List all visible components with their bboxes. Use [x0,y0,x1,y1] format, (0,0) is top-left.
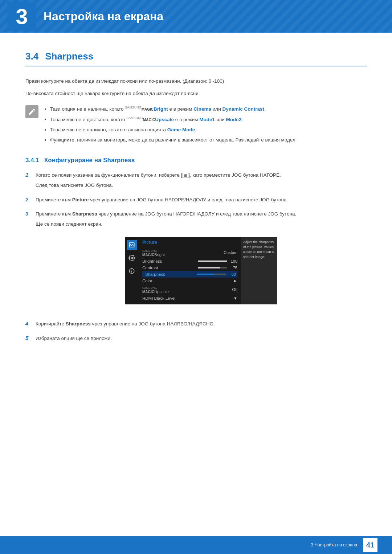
step-1: 1 Когато се появи указание за функционал… [25,171,367,189]
subsection-title: Конфигуриране на Sharpness [44,157,135,164]
step-5-text: Избраната опция ще се приложи. [36,335,367,342]
note-icon [25,105,38,118]
step-3-content: Преминете към Sharpness чрез управление … [36,210,367,313]
sharpness-label: Sharpness [144,272,167,277]
chapter-title: Настройка на екрана [44,10,163,23]
step-2-number: 2 [25,196,36,202]
menu-icon-picture [127,240,137,250]
sharpness-fill [197,274,214,275]
color-label: Color [142,279,152,283]
section-heading: 3.4 Sharpness [25,51,367,66]
menu-row-magicbright: SAMSUNG MAGICBright Custom [142,247,237,258]
contrast-label: Contrast [142,266,158,270]
step-5-number: 5 [25,335,36,341]
menu-row-color: Color ► [142,278,237,284]
menu-row-contrast: Contrast 75 [142,264,237,271]
page-footer: 3 Настройка на екрана 41 [0,536,392,554]
step-4-text: Коригирайте Sharpness чрез управление на… [36,320,367,328]
magicupscale-label: SAMSUNG MAGICUpscale [142,285,169,294]
picture-icon [128,242,135,248]
sharpness-bar-track [197,274,226,275]
step-3-number: 3 [25,210,36,217]
step-5: 5 Избраната опция ще се приложи. [25,335,367,342]
menu-row-hdmi: HDMI Black Level ▼ [142,295,237,301]
hdmi-arrow: ▼ [233,296,237,300]
menu-main-content: Picture SAMSUNG MAGICBright Custom [139,237,241,304]
step-4: 4 Коригирайте Sharpness чрез управление … [25,320,367,328]
step-2-content: Преминете към Picture чрез управление на… [36,196,367,204]
note-item-1: Тази опция не е налична, когато SAMSUNGM… [50,104,297,114]
step-5-content: Избраната опция ще се приложи. [36,335,367,342]
step-1-subtext: След това натиснете JOG бутона. [36,181,367,189]
note-box: Тази опция не е налична, когато SAMSUNGM… [25,104,367,146]
sharpness-bar: 60 [197,272,236,276]
section-number: 3.4 [25,51,38,62]
magicbright-label: SAMSUNG MAGICBright [142,248,165,257]
sharpness-value: 60 [228,272,236,276]
menu-row-sharpness: Sharpness 60 [142,271,237,278]
step-1-number: 1 [25,172,36,178]
step-1-content: Когато се появи указание за функционални… [36,171,367,189]
hdmi-label: HDMI Black Level [142,296,175,300]
menu-left-icons [125,237,139,304]
body-paragraph-2: По-високата стойност ще накара контурите… [25,90,367,98]
magicbright-value: Custom [224,250,237,255]
main-content: 3.4 Sharpness Прави контурите на обекта … [0,33,392,378]
brightness-fill [198,260,227,262]
menu-right-text: Adjust the sharpness of the picture. Val… [243,240,275,259]
step-1-text: Когато се появи указание за функционални… [36,171,367,179]
color-arrow: ► [233,279,237,283]
menu-icon-settings [127,253,137,263]
note-item-2: Това меню не е достъпно, когато SAMSUNGM… [50,115,297,124]
step-2: 2 Преминете към Picture чрез управление … [25,196,367,204]
settings-icon [128,255,135,261]
chapter-header: 3 Настройка на екрана [0,0,392,33]
info-icon [128,268,135,274]
svg-point-2 [131,257,133,259]
step-4-number: 4 [25,320,36,327]
contrast-value: 75 [229,266,237,270]
steps-list: 1 Когато се появи указание за функционал… [25,171,367,342]
brightness-bar: 100 [198,259,237,263]
menu-right-info: Adjust the sharpness of the picture. Val… [241,237,277,304]
menu-row-brightness: Brightness 100 [142,258,237,264]
contrast-bar: 75 [198,266,237,270]
chapter-number: 3 [7,2,36,31]
brightness-value: 100 [229,259,237,263]
step-4-content: Коригирайте Sharpness чрез управление на… [36,320,367,328]
magicupscale-value: Off [232,287,237,292]
footer-page-number: 41 [363,538,377,552]
note-item-3: Това меню не е налично, когато е активна… [50,126,297,134]
brightness-bar-track [198,260,227,262]
section-title: Sharpness [45,51,93,62]
subsection-number: 3.4.1 [25,157,39,164]
note-item-4: Функциите, налични за монитора, може да … [50,136,297,144]
contrast-fill [198,267,220,268]
step-3-text: Преминете към Sharpness чрез управление … [36,210,367,218]
brightness-label: Brightness [142,259,162,263]
contrast-bar-track [198,267,227,268]
step-2-text: Преминете към Picture чрез управление на… [36,196,367,204]
footer-chapter-text: 3 Настройка на екрана [311,542,357,547]
menu-mockup-container: Picture SAMSUNG MAGICBright Custom [36,237,367,304]
step-3: 3 Преминете към Sharpness чрез управлени… [25,210,367,313]
note-list: Тази опция не е налична, когато SAMSUNGM… [44,104,297,146]
menu-mockup: Picture SAMSUNG MAGICBright Custom [125,237,277,304]
menu-row-magicupscale: SAMSUNG MAGICUpscale Off [142,284,237,295]
body-paragraph-1: Прави контурите на обекта да изглеждат п… [25,77,367,85]
step-3-subtext: Ще се появи следният екран. [36,220,367,228]
menu-icon-info [127,266,137,276]
menu-section-title: Picture [142,240,237,245]
pencil-icon [28,108,36,116]
subsection-heading: 3.4.1 Конфигуриране на Sharpness [25,157,367,164]
